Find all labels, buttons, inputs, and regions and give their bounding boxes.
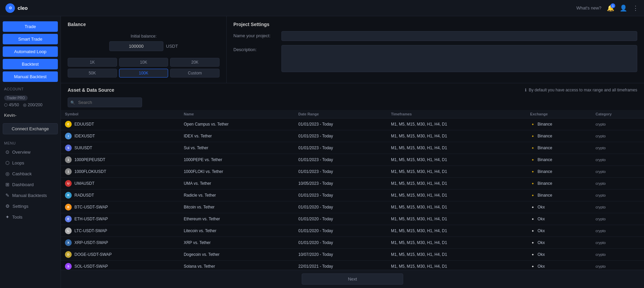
sidebar-item-settings[interactable]: ⚙ Settings xyxy=(1,201,59,211)
balance-title: Balance xyxy=(68,22,220,27)
table-row[interactable]: E EDUUSDT Open Campus vs. Tether01/01/20… xyxy=(61,118,644,130)
next-button[interactable]: Next xyxy=(302,273,403,285)
balance-initial: Initial balance: USDT xyxy=(68,34,220,51)
exchange-cell: ✦ Okx xyxy=(530,240,587,245)
cashback-label: Cashback xyxy=(12,171,32,176)
coin-icon: D xyxy=(65,251,72,258)
table-row[interactable]: 1 1000FLOKIUSDT 1000FLOKI vs. Tether01/0… xyxy=(61,166,644,178)
table-row[interactable]: D DOGE-USDT-SWAP Dogecoin vs. Tether10/0… xyxy=(61,249,644,261)
table-row[interactable]: R RADUSDT Radicle vs. Tether01/01/2023 -… xyxy=(61,190,644,201)
notification-badge: 1 xyxy=(611,3,615,8)
project-name-label: Name your project: xyxy=(233,31,277,38)
trader-badge: Trader PRO xyxy=(4,95,28,101)
smart-trade-button[interactable]: Smart Trade xyxy=(3,34,58,44)
exchange-cell: ✦ Okx xyxy=(530,216,587,222)
symbol-text: LTC-USDT-SWAP xyxy=(74,228,107,233)
category: crypto xyxy=(592,130,644,142)
sidebar: Trade Smart Trade Automated Loop Backtes… xyxy=(0,16,61,288)
search-input[interactable] xyxy=(68,97,142,107)
user-profile-button[interactable]: 👤 xyxy=(620,4,627,12)
dashboard-icon: ⊞ xyxy=(5,182,9,187)
logo-icon: ⊙ xyxy=(5,3,15,13)
exchange-cell: ✦ Binance xyxy=(530,157,587,162)
exchange-cell: ✦ Binance xyxy=(530,133,587,139)
exchange-icon: ✦ xyxy=(530,133,535,139)
timeframes: M1, M5, M15, M30, H1, H4, D1 xyxy=(387,261,526,270)
sidebar-item-manual-backtests[interactable]: ✎ Manual Backtests xyxy=(1,190,59,200)
preset-20k[interactable]: 20K xyxy=(170,58,220,67)
table-row[interactable]: B BTC-USDT-SWAP Bitcoin vs. Tether01/01/… xyxy=(61,201,644,213)
category-badge: crypto xyxy=(596,229,606,233)
exchange-icon: ✦ xyxy=(530,264,535,269)
table-row[interactable]: I IDEXUSDT IDEX vs. Tether01/01/2023 - T… xyxy=(61,130,644,142)
table-row[interactable]: S SUIUSDT Sui vs. Tether01/01/2023 - Tod… xyxy=(61,142,644,154)
asset-name: XRP vs. Tether xyxy=(180,237,294,249)
exchange-cell: ✦ Binance xyxy=(530,181,587,186)
more-options-button[interactable]: ⋮ xyxy=(632,4,639,12)
date-range: 01/01/2023 - Today xyxy=(294,154,387,166)
project-desc-label: Description: xyxy=(233,45,277,52)
preset-50k[interactable]: 50K xyxy=(68,69,117,77)
balance-presets-row1: 1K 10K 20K xyxy=(68,58,220,67)
exchange-name: Binance xyxy=(537,146,552,150)
category: crypto xyxy=(592,213,644,225)
category: crypto xyxy=(592,201,644,213)
asset-name: 1000PEPE vs. Tether xyxy=(180,154,294,166)
symbol-cell: B BTC-USDT-SWAP xyxy=(65,204,176,211)
search-bar xyxy=(61,95,644,110)
timeframes: M1, M5, M15, M30, H1, H4, D1 xyxy=(387,178,526,190)
asset-table-wrap[interactable]: Symbol Name Date Range Timeframes Exchan… xyxy=(61,110,644,270)
content-area: Balance Initial balance: USDT 1K 10K 20K… xyxy=(61,16,644,288)
sidebar-item-cashback[interactable]: ◎ Cashback xyxy=(1,169,59,179)
asset-name: IDEX vs. Tether xyxy=(180,130,294,142)
sidebar-item-tools[interactable]: ✦ Tools xyxy=(1,212,59,222)
date-range: 01/01/2020 - Today xyxy=(294,225,387,237)
asset-name: 1000FLOKI vs. Tether xyxy=(180,166,294,178)
whats-new-link[interactable]: What's new? xyxy=(576,5,601,10)
table-row[interactable]: S SOL-USDT-SWAP Solana vs. Tether22/01/2… xyxy=(61,261,644,270)
balance-presets-row2: 50K 100K Custom xyxy=(68,69,220,77)
project-name-row: Name your project: xyxy=(233,31,637,41)
manual-backtest-button[interactable]: Manual Backtest xyxy=(3,71,58,82)
tools-label: Tools xyxy=(12,215,22,220)
table-row[interactable]: U UMAUSDT UMA vs. Tether10/05/2023 - Tod… xyxy=(61,178,644,190)
date-range: 10/07/2020 - Today xyxy=(294,249,387,261)
symbol-cell: 1 1000FLOKIUSDT xyxy=(65,168,176,175)
timeframes: M1, M5, M15, M30, H1, H4, D1 xyxy=(387,201,526,213)
category-badge: crypto xyxy=(596,252,606,257)
preset-100k[interactable]: 100K xyxy=(119,69,168,77)
backtest-button[interactable]: Backtest xyxy=(3,59,58,69)
table-row[interactable]: X XRP-USDT-SWAP XRP vs. Tether01/01/2020… xyxy=(61,237,644,249)
table-row[interactable]: E ETH-USDT-SWAP Ethereum vs. Tether01/01… xyxy=(61,213,644,225)
asset-name: Radicle vs. Tether xyxy=(180,190,294,201)
exchange-cell: ✦ Okx xyxy=(530,228,587,234)
category-badge: crypto xyxy=(596,170,606,174)
footer-bar: Next xyxy=(61,270,644,288)
table-row[interactable]: L LTC-USDT-SWAP Litecoin vs. Tether01/01… xyxy=(61,225,644,237)
symbol-text: DOGE-USDT-SWAP xyxy=(74,252,112,257)
symbol-text: EDUUSDT xyxy=(74,122,94,127)
category: crypto xyxy=(592,142,644,154)
project-name-input[interactable] xyxy=(281,31,637,41)
sidebar-item-overview[interactable]: ⊙ Overview xyxy=(1,147,59,157)
table-row[interactable]: 1 1000PEPEUSDT 1000PEPE vs. Tether01/01/… xyxy=(61,154,644,166)
overview-label: Overview xyxy=(12,150,30,155)
sidebar-item-loops[interactable]: ⬡ Loops xyxy=(1,158,59,168)
preset-custom[interactable]: Custom xyxy=(170,69,220,77)
preset-10k[interactable]: 10K xyxy=(119,58,168,67)
trade-button[interactable]: Trade xyxy=(3,21,58,32)
date-range: 01/01/2023 - Today xyxy=(294,118,387,130)
automated-loop-button[interactable]: Automated Loop xyxy=(3,46,58,57)
exchange-icon: ✦ xyxy=(530,240,535,245)
preset-1k[interactable]: 1K xyxy=(68,58,117,67)
project-desc-input[interactable] xyxy=(281,45,637,72)
notification-button[interactable]: 🔔 1 xyxy=(607,4,614,12)
asset-name: UMA vs. Tether xyxy=(180,178,294,190)
balance-input[interactable] xyxy=(109,41,163,51)
connect-exchange-button[interactable]: Connect Exchange xyxy=(3,123,58,134)
manual-backtests-icon: ✎ xyxy=(5,193,9,198)
sidebar-item-dashboard[interactable]: ⊞ Dashboard xyxy=(1,179,59,190)
exchange-cell: ✦ Okx xyxy=(530,204,587,210)
coin-icon: E xyxy=(65,121,72,128)
symbol-cell: E EDUUSDT xyxy=(65,121,176,128)
